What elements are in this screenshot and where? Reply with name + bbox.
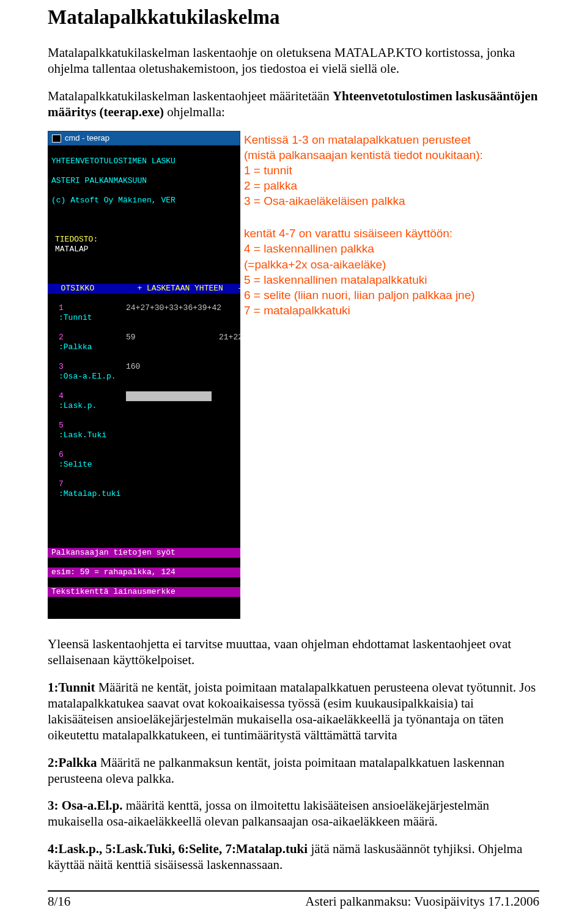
term-row-c1: 160: [122, 362, 215, 382]
term-caret: _: [126, 391, 212, 401]
term-tiedosto-val: MATALAP: [51, 245, 237, 254]
note-line: 2 = palkka: [244, 178, 539, 193]
term-row-label: :Tunnit: [55, 313, 119, 323]
intro-2c: ohjelmalla:: [164, 105, 225, 119]
label-2-palkka: 2:Palkka: [48, 755, 97, 770]
term-row: 3:Osa-a.El.p.160: [48, 362, 240, 382]
note-line: (=palkka+2x osa-aikaeläke): [244, 257, 539, 272]
term-blank: [48, 215, 240, 225]
body-para-rest: 4:Lask.p., 5:Lask.Tuki, 6:Selite, 7:Mata…: [48, 841, 539, 873]
note-line: Kentissä 1-3 on matalapalkkatuen peruste…: [244, 132, 539, 147]
term-row-c2: [215, 303, 223, 323]
term-tiedosto-label: TIEDOSTO:: [51, 235, 237, 245]
term-tiedosto: TIEDOSTO:MATALAP: [48, 235, 240, 254]
footer-page-number: 8/16: [48, 894, 70, 909]
term-row-n: 6: [55, 450, 119, 460]
term-line: YHTEENVETOTULOSTIMEN LASKU: [48, 157, 240, 166]
term-row-n: 5: [55, 421, 119, 431]
term-row-n: 3: [55, 362, 119, 372]
note-line: 5 = laskennallinen matalapalkkatuki: [244, 272, 539, 287]
label-4-rest: 4:Lask.p., 5:Lask.Tuki, 6:Selite, 7:Mata…: [48, 841, 308, 856]
term-row-label: :Palkka: [55, 342, 119, 352]
term-header: OTSIKKO + LASKETAAN YHTEEN - VÄHENNETÄÄN…: [48, 284, 240, 294]
terminal-screenshot: cmd - teerap YHTEENVETOTULOSTIMEN LASKU …: [48, 131, 240, 619]
term-foot: Tekstikenttä lainausmerkke: [48, 587, 240, 597]
term-row: 4:Lask.p._: [48, 391, 240, 411]
note-line: 1 = tunnit: [244, 163, 539, 178]
term-blank: [48, 528, 240, 538]
body-para: Yleensä laskentaohjetta ei tarvitse muut…: [48, 636, 539, 668]
terminal-title: cmd - teerap: [65, 133, 109, 143]
term-blank: [48, 509, 240, 519]
body-para-palkka: 2:Palkka Määritä ne palkanmaksun kentät,…: [48, 755, 539, 787]
term-row-c1: 24+27+30+33+36+39+42: [122, 303, 215, 323]
terminal-titlebar: cmd - teerap: [48, 131, 240, 146]
body-para-osa: 3: Osa-a.El.p. määritä kenttä, jossa on …: [48, 797, 539, 830]
terminal-body: YHTEENVETOTULOSTIMEN LASKU ASTERI PALKAN…: [48, 146, 240, 619]
note-block-1: Kentissä 1-3 on matalapalkkatuen peruste…: [244, 132, 539, 209]
term-row: 5:Lask.Tuki: [48, 421, 240, 440]
term-foot: esim: 59 = rahapalkka, 124: [48, 567, 240, 577]
note-line: 7 = matalapalkkatuki: [244, 303, 539, 318]
term-row-n: 4: [55, 391, 119, 401]
body-para-tunnit: 1:Tunnit Määritä ne kentät, joista poimi…: [48, 679, 539, 744]
footer-doc-title: Asteri palkanmaksu: Vuosipäivitys 17.1.2…: [305, 894, 539, 909]
note-block-2: kentät 4-7 on varattu sisäiseen käyttöön…: [244, 226, 539, 317]
label-1-tunnit: 1:Tunnit: [48, 680, 95, 695]
term-row-n: 2: [55, 333, 119, 342]
term-row: 7:Matalap.tuki: [48, 479, 240, 499]
annotation-notes: Kentissä 1-3 on matalapalkkatuen peruste…: [244, 131, 539, 335]
terminal-icon: [52, 135, 61, 142]
page-title: Matalapalkkatukilaskelma: [48, 6, 539, 29]
term-row-label: :Selite: [55, 460, 119, 470]
term-row: 6:Selite: [48, 450, 240, 470]
term-row-c1: 59: [122, 333, 215, 352]
term-row-n: 1: [55, 303, 119, 313]
term-row-c2: [215, 362, 223, 382]
term-row-n: 7: [55, 479, 119, 489]
note-line: kentät 4-7 on varattu sisäiseen käyttöön…: [244, 226, 539, 241]
note-line: 3 = Osa-aikaeläkeläisen palkka: [244, 193, 539, 209]
label-3-osa: 3: Osa-a.El.p.: [48, 798, 123, 813]
text-1-tunnit: Määritä ne kentät, joista poimitaan mata…: [48, 680, 536, 743]
note-line: 6 = selite (liian nuori, liian paljon pa…: [244, 287, 539, 303]
text-2-palkka: Määritä ne palkanmaksun kentät, joista p…: [48, 755, 504, 786]
term-row: 1:Tunnit24+27+30+33+36+39+42: [48, 303, 240, 323]
intro-2a: Matalapalkkatukilaskelman laskentaohjeet…: [48, 89, 333, 103]
page-footer: 8/16 Asteri palkanmaksu: Vuosipäivitys 1…: [48, 890, 539, 909]
footer-rule: [48, 890, 539, 892]
note-line: 4 = laskennallinen palkka: [244, 241, 539, 256]
note-line: (mistä palkansaajan kentistä tiedot nouk…: [244, 147, 539, 163]
term-row-label: :Lask.p.: [55, 401, 119, 411]
figure: cmd - teerap YHTEENVETOTULOSTIMEN LASKU …: [48, 131, 539, 619]
term-row-label: :Osa-a.El.p.: [55, 372, 119, 382]
term-row: 2:Palkka5921+22: [48, 333, 240, 352]
term-line: ASTERI PALKANMAKSUUN: [48, 176, 240, 186]
term-blank: [48, 264, 240, 274]
term-line: (c) Atsoft Oy Mäkinen, VER: [48, 196, 240, 205]
term-row-c2: 21+22: [215, 333, 240, 352]
intro-para-2: Matalapalkkatukilaskelman laskentaohjeet…: [48, 88, 539, 120]
term-foot: Palkansaajan tietojen syöt: [48, 548, 240, 558]
term-row-label: :Lask.Tuki: [55, 431, 119, 440]
term-row-label: :Matalap.tuki: [55, 489, 119, 499]
intro-para-1: Matalapalkkatukilaskelman laskentaohje o…: [48, 45, 539, 77]
